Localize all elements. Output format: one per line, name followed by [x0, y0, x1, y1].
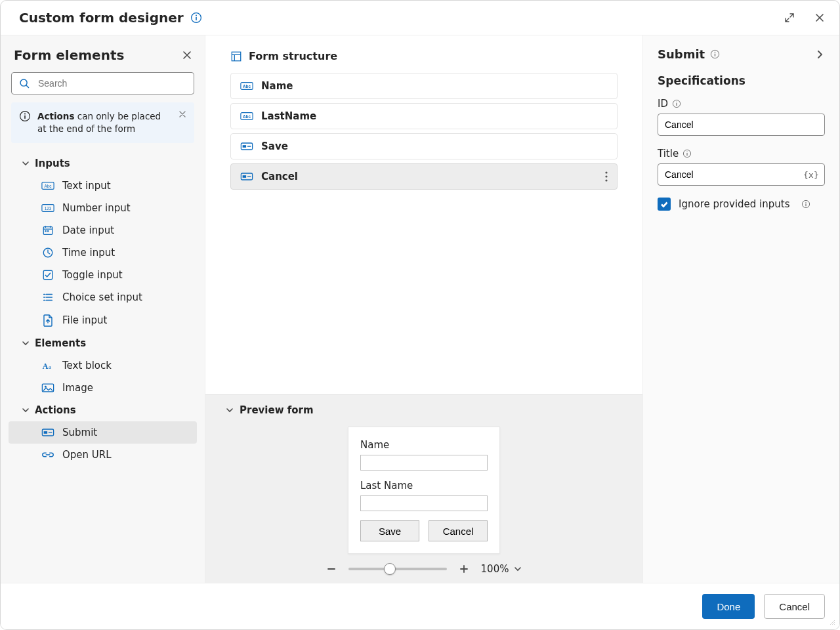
element-open-url[interactable]: Open URL — [9, 444, 197, 466]
chevron-down-icon — [22, 406, 30, 414]
ignore-inputs-checkbox[interactable] — [658, 198, 671, 211]
structure-row-lastname[interactable]: AbcLastName — [230, 103, 618, 129]
panel-close-icon[interactable] — [182, 51, 192, 60]
num-icon: 123 — [41, 203, 54, 213]
cancel-button[interactable]: Cancel — [764, 594, 825, 619]
structure-row-name[interactable]: AbcName — [230, 73, 618, 99]
id-input[interactable] — [658, 114, 825, 136]
title-info-icon[interactable] — [190, 12, 202, 24]
tree-item-label: Text input — [62, 180, 111, 192]
structure-icon — [230, 51, 242, 62]
svg-text:Abc: Abc — [243, 84, 251, 89]
preview-field-label: Name — [360, 439, 488, 451]
structure-row-cancel[interactable]: Cancel — [230, 163, 618, 190]
info-banner-close-icon[interactable] — [178, 110, 186, 118]
svg-rect-45 — [806, 203, 807, 206]
aa-icon: Aa — [41, 360, 54, 371]
structure-row-label: Name — [261, 80, 293, 92]
element-date-input[interactable]: Date input — [9, 219, 197, 242]
submit-icon — [240, 142, 253, 151]
structure-title: Form structure — [249, 50, 337, 62]
zoom-out-icon[interactable] — [326, 564, 337, 574]
zoom-slider-thumb[interactable] — [384, 563, 396, 575]
element-text-input[interactable]: AbcText input — [9, 175, 197, 197]
id-info-icon[interactable] — [672, 99, 681, 108]
abc-icon: Abc — [240, 111, 253, 121]
element-file-input[interactable]: File input — [9, 308, 197, 332]
properties-panel: Submit Specifications ID — [642, 35, 839, 583]
svg-point-5 — [24, 114, 26, 115]
title-input[interactable]: {x} — [658, 163, 825, 186]
info-icon — [19, 110, 31, 122]
maximize-icon[interactable] — [784, 12, 795, 23]
search-field[interactable] — [37, 77, 187, 89]
dialog-footer: Done Cancel — [1, 583, 839, 629]
svg-point-32 — [605, 175, 607, 177]
row-actions-icon[interactable] — [605, 171, 608, 182]
element-submit[interactable]: Submit — [9, 421, 197, 444]
toggle-icon — [41, 269, 54, 281]
element-image[interactable]: Image — [9, 377, 197, 399]
preview-save-button[interactable]: Save — [360, 520, 419, 541]
svg-point-31 — [605, 171, 607, 173]
zoom-in-icon[interactable] — [459, 564, 469, 574]
tree-group-elements[interactable]: Elements — [9, 332, 197, 354]
title-field[interactable] — [663, 169, 803, 180]
preview-field-input[interactable] — [360, 495, 488, 511]
element-text-block[interactable]: AaText block — [9, 354, 197, 377]
zoom-dropdown-icon[interactable] — [514, 565, 522, 573]
tree-group-actions[interactable]: Actions — [9, 399, 197, 421]
svg-rect-21 — [44, 431, 47, 434]
file-icon — [41, 314, 54, 327]
preview-field-input[interactable] — [360, 455, 488, 471]
element-choice-set-input[interactable]: Choice set input — [9, 286, 197, 308]
structure-row-label: Save — [261, 140, 288, 152]
chevron-right-icon[interactable] — [814, 49, 825, 60]
title-info-icon[interactable] — [682, 149, 692, 158]
done-button[interactable]: Done — [702, 594, 755, 619]
chevron-down-icon[interactable] — [225, 406, 234, 415]
id-field[interactable] — [663, 119, 819, 131]
preview-area: Preview form Name Last Name SaveCancel — [205, 394, 642, 583]
info-banner: Actions can only be placed at the end of… — [11, 102, 194, 143]
element-time-input[interactable]: Time input — [9, 242, 197, 264]
svg-rect-6 — [24, 116, 26, 119]
left-panel-title: Form elements — [14, 47, 124, 63]
structure-row-save[interactable]: Save — [230, 133, 618, 159]
dialog-titlebar: Custom form designer — [1, 1, 839, 35]
tree-item-label: Open URL — [62, 449, 112, 461]
tree-group-inputs[interactable]: Inputs — [9, 152, 197, 175]
cal-icon — [41, 224, 54, 236]
svg-rect-22 — [232, 52, 241, 61]
ignore-info-icon[interactable] — [801, 200, 810, 209]
title-label: Title — [658, 148, 679, 159]
search-input[interactable] — [11, 72, 194, 94]
structure-list: AbcNameAbcLastNameSaveCancel — [230, 73, 618, 190]
search-icon — [18, 77, 30, 89]
element-number-input[interactable]: 123Number input — [9, 197, 197, 219]
submit-icon — [41, 428, 54, 437]
svg-text:Abc: Abc — [45, 184, 52, 188]
properties-title-info-icon[interactable] — [710, 49, 720, 59]
svg-rect-12 — [45, 230, 47, 232]
dialog-title: Custom form designer — [19, 10, 184, 26]
chevron-down-icon — [22, 339, 30, 347]
tree-item-label: Text block — [62, 360, 112, 371]
element-tree: InputsAbcText input123Number inputDate i… — [9, 152, 197, 466]
svg-point-33 — [605, 179, 607, 181]
resize-grip-icon[interactable] — [828, 618, 835, 625]
zoom-slider[interactable] — [348, 568, 447, 570]
form-elements-panel: Form elements Actions can only be placed… — [1, 35, 205, 583]
abc-icon: Abc — [240, 81, 253, 91]
svg-text:123: 123 — [45, 206, 52, 211]
svg-rect-42 — [687, 153, 688, 156]
preview-cancel-button[interactable]: Cancel — [429, 520, 488, 541]
link-icon — [41, 450, 54, 459]
element-toggle-input[interactable]: Toggle input — [9, 264, 197, 286]
svg-text:Abc: Abc — [243, 114, 251, 119]
close-icon[interactable] — [814, 12, 825, 23]
title-variable-icon[interactable]: {x} — [803, 170, 819, 180]
svg-rect-2 — [196, 17, 197, 20]
tree-item-label: Number input — [62, 202, 131, 214]
preview-field-label: Last Name — [360, 480, 488, 492]
